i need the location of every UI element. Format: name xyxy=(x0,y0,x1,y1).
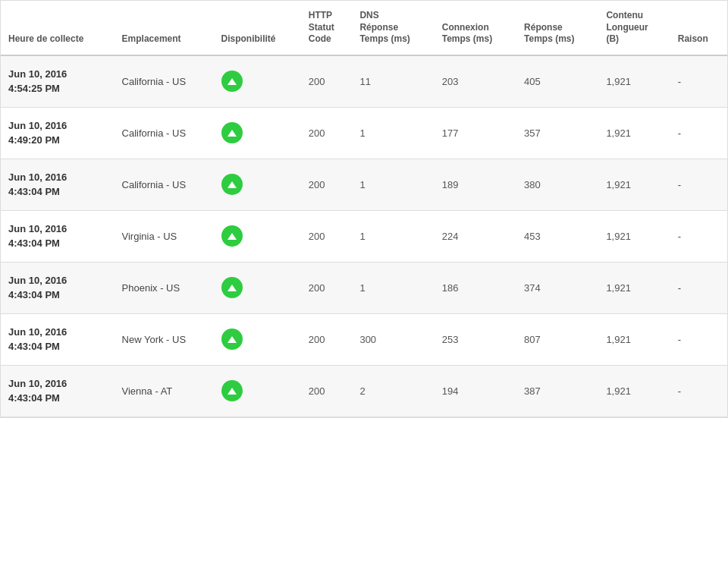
cell-raison: - xyxy=(670,210,727,262)
table-row: Jun 10, 20164:43:04 PMCalifornia - US200… xyxy=(1,159,727,210)
table-row: Jun 10, 20164:43:04 PMNew York - US20030… xyxy=(1,313,727,365)
cell-reponse-time: 357 xyxy=(516,107,598,159)
cell-raison: - xyxy=(670,55,727,108)
cell-reponse-time: 380 xyxy=(516,159,598,210)
cell-http-status: 200 xyxy=(301,159,353,210)
cell-http-status: 200 xyxy=(301,313,353,365)
availability-badge xyxy=(221,71,243,92)
cell-http-status: 200 xyxy=(301,210,353,262)
cell-emplacement: Virginia - US xyxy=(115,210,214,262)
cell-disponibilite xyxy=(214,365,301,417)
cell-reponse-time: 387 xyxy=(516,365,598,417)
cell-emplacement: California - US xyxy=(115,159,214,210)
up-arrow-icon xyxy=(228,233,237,240)
table-row: Jun 10, 20164:43:04 PMVirginia - US20012… xyxy=(1,210,727,262)
availability-badge xyxy=(221,380,243,401)
cell-http-status: 200 xyxy=(301,107,353,159)
cell-connexion-time: 189 xyxy=(435,159,516,210)
cell-date: Jun 10, 20164:43:04 PM xyxy=(1,262,115,313)
cell-contenu-longueur: 1,921 xyxy=(598,262,670,313)
cell-emplacement: California - US xyxy=(115,55,214,108)
cell-reponse-time: 405 xyxy=(516,55,598,108)
cell-disponibilite xyxy=(214,107,301,159)
cell-date: Jun 10, 20164:43:04 PM xyxy=(1,365,115,417)
cell-dns-response: 2 xyxy=(352,365,434,417)
cell-http-status: 200 xyxy=(301,262,353,313)
cell-dns-response: 300 xyxy=(352,313,434,365)
cell-connexion-time: 224 xyxy=(435,210,516,262)
cell-connexion-time: 177 xyxy=(435,107,516,159)
cell-dns-response: 1 xyxy=(352,159,434,210)
cell-dns-response: 1 xyxy=(352,107,434,159)
cell-date: Jun 10, 20164:43:04 PM xyxy=(1,313,115,365)
col-raison: Raison xyxy=(670,1,727,55)
availability-badge xyxy=(221,277,243,298)
cell-disponibilite xyxy=(214,159,301,210)
availability-badge xyxy=(221,225,243,247)
cell-dns-response: 11 xyxy=(352,55,434,108)
cell-raison: - xyxy=(670,313,727,365)
col-reponse: RéponseTemps (ms) xyxy=(516,1,598,55)
monitoring-table: Heure de collecte Emplacement Disponibil… xyxy=(0,0,728,418)
cell-date: Jun 10, 20164:43:04 PM xyxy=(1,159,115,210)
col-dispo: Disponibilité xyxy=(214,1,301,55)
cell-reponse-time: 807 xyxy=(516,313,598,365)
up-arrow-icon xyxy=(228,78,237,85)
table-row: Jun 10, 20164:54:25 PMCalifornia - US200… xyxy=(1,55,727,108)
cell-disponibilite xyxy=(214,55,301,108)
cell-raison: - xyxy=(670,107,727,159)
cell-reponse-time: 374 xyxy=(516,262,598,313)
cell-emplacement: Vienna - AT xyxy=(115,365,214,417)
cell-contenu-longueur: 1,921 xyxy=(598,55,670,108)
table-row: Jun 10, 20164:43:04 PMPhoenix - US200118… xyxy=(1,262,727,313)
cell-emplacement: New York - US xyxy=(115,313,214,365)
cell-connexion-time: 186 xyxy=(435,262,516,313)
cell-contenu-longueur: 1,921 xyxy=(598,210,670,262)
cell-reponse-time: 453 xyxy=(516,210,598,262)
cell-connexion-time: 203 xyxy=(435,55,516,108)
table-row: Jun 10, 20164:43:04 PMVienna - AT2002194… xyxy=(1,365,727,417)
cell-disponibilite xyxy=(214,210,301,262)
cell-http-status: 200 xyxy=(301,365,353,417)
cell-dns-response: 1 xyxy=(352,210,434,262)
cell-contenu-longueur: 1,921 xyxy=(598,107,670,159)
col-heure: Heure de collecte xyxy=(1,1,115,55)
col-contenu: ContenuLongueur(B) xyxy=(598,1,670,55)
cell-connexion-time: 253 xyxy=(435,313,516,365)
cell-contenu-longueur: 1,921 xyxy=(598,313,670,365)
up-arrow-icon xyxy=(228,285,237,291)
cell-connexion-time: 194 xyxy=(435,365,516,417)
cell-emplacement: Phoenix - US xyxy=(115,262,214,313)
col-http: HTTPStatutCode xyxy=(301,1,353,55)
availability-badge xyxy=(221,122,243,143)
cell-contenu-longueur: 1,921 xyxy=(598,159,670,210)
up-arrow-icon xyxy=(228,336,237,343)
up-arrow-icon xyxy=(228,388,237,395)
cell-date: Jun 10, 20164:49:20 PM xyxy=(1,107,115,159)
cell-date: Jun 10, 20164:43:04 PM xyxy=(1,210,115,262)
col-dns: DNSRéponseTemps (ms) xyxy=(352,1,434,55)
cell-raison: - xyxy=(670,159,727,210)
up-arrow-icon xyxy=(228,181,237,188)
cell-raison: - xyxy=(670,365,727,417)
cell-http-status: 200 xyxy=(301,55,353,108)
cell-emplacement: California - US xyxy=(115,107,214,159)
cell-date: Jun 10, 20164:54:25 PM xyxy=(1,55,115,108)
up-arrow-icon xyxy=(228,130,237,137)
col-emplacement: Emplacement xyxy=(115,1,214,55)
table-header-row: Heure de collecte Emplacement Disponibil… xyxy=(1,1,727,55)
table-row: Jun 10, 20164:49:20 PMCalifornia - US200… xyxy=(1,107,727,159)
cell-raison: - xyxy=(670,262,727,313)
cell-disponibilite xyxy=(214,262,301,313)
availability-badge xyxy=(221,329,243,350)
availability-badge xyxy=(221,174,243,195)
cell-contenu-longueur: 1,921 xyxy=(598,365,670,417)
cell-disponibilite xyxy=(214,313,301,365)
cell-dns-response: 1 xyxy=(352,262,434,313)
col-connexion: ConnexionTemps (ms) xyxy=(435,1,516,55)
